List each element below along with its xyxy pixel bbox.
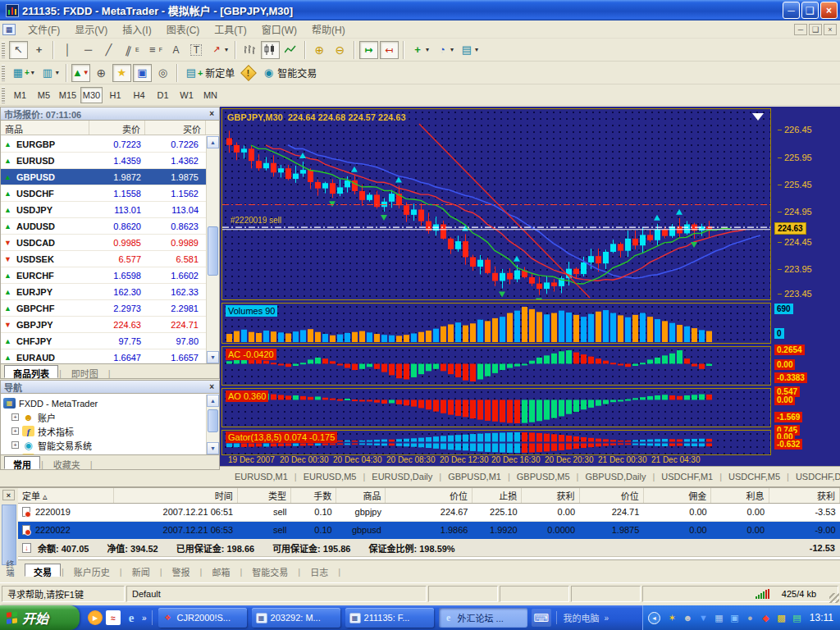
market-watch-tab[interactable]: 商品列表: [4, 365, 58, 378]
column-header[interactable]: 佣金: [643, 488, 710, 503]
navigator-item[interactable]: +☻账户: [3, 410, 206, 424]
terminal-tab[interactable]: 新闻: [123, 564, 159, 577]
child-close-button[interactable]: ×: [824, 24, 837, 35]
templates-button[interactable]: ▤▾: [458, 41, 481, 59]
column-header[interactable]: 利息: [711, 488, 769, 503]
indicators-button[interactable]: +▾: [409, 41, 431, 59]
period-button-H1[interactable]: H1: [104, 87, 126, 103]
horizontal-line-button[interactable]: ─: [79, 41, 98, 59]
terminal-tab[interactable]: 交易: [25, 564, 61, 577]
column-header[interactable]: 价位: [579, 488, 643, 503]
ao-pane[interactable]: AO 0.360: [221, 388, 771, 427]
periods-button[interactable]: ◔▾: [433, 41, 456, 59]
market-watch-row[interactable]: ▲EURJPY162.30162.33: [1, 284, 206, 300]
toolbar-grip[interactable]: [2, 87, 5, 103]
column-header[interactable]: 时间: [114, 488, 238, 503]
market-watch-row[interactable]: ▲USDJPY113.01113.04: [1, 202, 206, 218]
child-minimize-button[interactable]: ─: [794, 24, 807, 35]
chart-tab[interactable]: USDCHF,M1: [655, 469, 719, 484]
menu-item[interactable]: 工具(T): [207, 22, 253, 39]
task-button[interactable]: e外汇论坛 ...: [439, 608, 527, 628]
period-button-W1[interactable]: W1: [176, 87, 198, 103]
scroll-down-icon[interactable]: ▼: [207, 442, 219, 454]
market-watch-row[interactable]: ▼USDSEK6.5776.581: [1, 251, 206, 267]
order-row[interactable]: 22200192007.12.21 06:51sell0.10gbpjpy224…: [18, 503, 840, 521]
period-button-M5[interactable]: M5: [33, 87, 55, 103]
expand-icon[interactable]: +: [11, 441, 19, 449]
profiles-button[interactable]: ▥▾: [39, 64, 62, 82]
child-restore-button[interactable]: ❑: [809, 24, 822, 35]
user-icon[interactable]: ☻: [682, 612, 694, 624]
terminal-drag-handle[interactable]: [2, 504, 16, 565]
arrows-dropdown-button[interactable]: ↗▾: [208, 41, 231, 59]
scrollbar-thumb[interactable]: [208, 409, 218, 432]
navigator-close-icon[interactable]: ×: [208, 382, 216, 391]
chart-tab[interactable]: GBPUSD,M5: [510, 469, 577, 484]
scheduler-icon[interactable]: ▦: [713, 612, 725, 624]
market-watch-close-icon[interactable]: ×: [208, 109, 216, 118]
terminal-tab[interactable]: 警报: [163, 564, 199, 577]
quick-launch-overflow-icon[interactable]: »: [142, 614, 147, 623]
terminal-toggle-button[interactable]: ▣: [133, 64, 152, 82]
orders-table-header[interactable]: 定单 ▵时间类型手数商品价位止损获利价位佣金利息获利: [18, 488, 840, 503]
menu-item[interactable]: 文件(F): [21, 22, 67, 39]
scrollbar-thumb[interactable]: [208, 226, 218, 276]
toolbar-grip[interactable]: [2, 42, 5, 58]
column-bid[interactable]: 卖价: [89, 121, 145, 135]
order-row[interactable]: 22200222007.12.21 06:53sell0.10gbpusd1.9…: [18, 521, 840, 539]
market-watch-row[interactable]: ▲GBPUSD1.98721.9875: [1, 169, 206, 185]
ac-canvas[interactable]: [222, 347, 770, 385]
menu-item[interactable]: 插入(I): [115, 22, 158, 39]
column-ask[interactable]: 买价: [145, 121, 206, 135]
period-button-H4[interactable]: H4: [128, 87, 150, 103]
candlestick-chart-button[interactable]: [261, 41, 280, 59]
terminal-tab[interactable]: 账户历史: [65, 564, 119, 577]
navigator-tab[interactable]: 常用: [4, 456, 40, 469]
fibonacci-button[interactable]: ≡F: [144, 41, 165, 59]
gator-pane[interactable]: Gator(13,8,5) 0.074 -0.175: [221, 430, 771, 455]
market-watch-row[interactable]: ▲EURCHF1.65981.6602: [1, 267, 206, 284]
menu-item[interactable]: 显示(V): [67, 22, 115, 39]
start-button[interactable]: 开始: [0, 605, 80, 630]
column-header[interactable]: 手数: [290, 488, 336, 503]
chart-tab[interactable]: EURUSD,M1: [228, 469, 294, 484]
crosshair-button[interactable]: +: [30, 41, 48, 59]
stock-chart-icon[interactable]: ≈: [106, 610, 121, 625]
market-watch-row[interactable]: ▼GBPJPY224.63224.71: [1, 317, 206, 333]
column-symbol[interactable]: 商品: [1, 121, 89, 135]
volumes-canvas[interactable]: [222, 304, 770, 343]
task-button[interactable]: ▦203292: M...: [252, 608, 340, 628]
terminal-tab[interactable]: 邮箱: [203, 564, 239, 577]
column-header[interactable]: 商品: [336, 488, 386, 503]
terminal-tab[interactable]: 智能交易: [243, 564, 297, 577]
resize-grip[interactable]: [829, 593, 839, 603]
chart-shift-button[interactable]: ↤: [380, 41, 399, 59]
vertical-line-button[interactable]: │: [58, 41, 77, 59]
task-button[interactable]: ▦211135: F...: [345, 608, 434, 628]
toolbar-grip[interactable]: [2, 65, 5, 81]
updown-icon[interactable]: ◆: [760, 612, 772, 624]
keyboard-layout-button[interactable]: ⌨: [532, 609, 551, 627]
main-chart-pane[interactable]: GBPJPY,M30 224.64 224.68 224.57 224.63 #…: [221, 108, 771, 300]
cursor-button[interactable]: ↖: [9, 41, 28, 59]
period-button-MN[interactable]: MN: [199, 87, 221, 103]
spark-icon[interactable]: ✶: [666, 612, 678, 624]
status-profile[interactable]: Default: [126, 586, 427, 602]
chart-tab[interactable]: USDCHF,D: [789, 469, 840, 484]
shield-icon[interactable]: ▼: [697, 612, 710, 624]
chart-tab[interactable]: GBPUSD,Daily: [578, 469, 652, 484]
desktop-overflow-icon[interactable]: »: [605, 614, 609, 623]
bar-chart-button[interactable]: [240, 41, 259, 59]
column-header[interactable]: 价位: [386, 488, 472, 503]
period-button-M15[interactable]: M15: [57, 87, 79, 103]
market-watch-tab[interactable]: 即时图: [62, 365, 107, 378]
ac-pane[interactable]: AC -0.0420: [221, 346, 771, 386]
scroll-down-icon[interactable]: ▼: [207, 351, 219, 363]
menu-item[interactable]: 帮助(H): [304, 22, 353, 39]
market-watch-title-bar[interactable]: 市场报价: 07:11:06 ×: [1, 107, 219, 121]
scroll-up-icon[interactable]: ▲: [207, 136, 219, 148]
market-watch-row[interactable]: ▲GBPCHF2.29732.2981: [1, 300, 206, 317]
chart-tab[interactable]: EURUSD,M5: [297, 469, 363, 484]
chart-tab[interactable]: EURUSD,Daily: [365, 469, 439, 484]
scroll-up-icon[interactable]: ▲: [207, 395, 219, 407]
